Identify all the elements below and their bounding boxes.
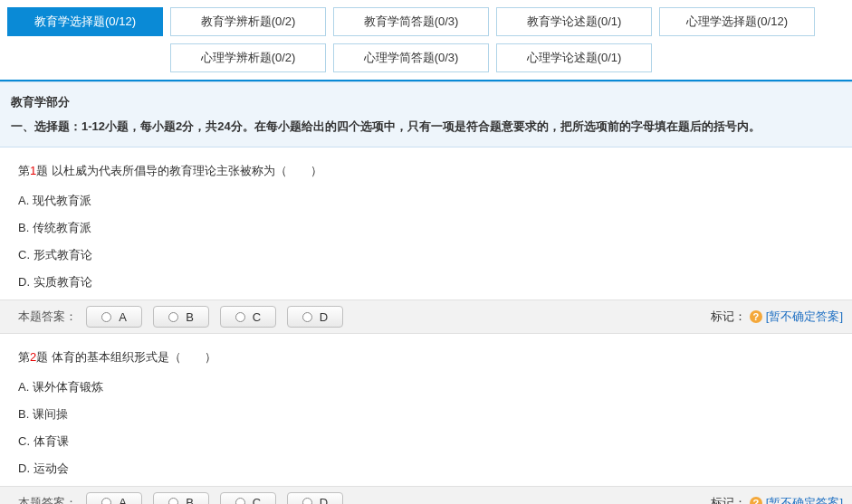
tab-edu-essay[interactable]: 教育学论述题(0/1) — [496, 7, 652, 36]
question-text: 体育的基本组织形式是（ ） — [48, 350, 216, 364]
radio-icon — [302, 312, 312, 322]
tab-psy-analysis[interactable]: 心理学辨析题(0/2) — [170, 43, 326, 72]
radio-icon — [235, 498, 245, 504]
answer-buttons: A B C D — [86, 306, 343, 328]
radio-icon — [101, 312, 111, 322]
question-block: 第1题 以杜威为代表所倡导的教育理论主张被称为（ ） A. 现代教育派 B. 传… — [0, 147, 852, 292]
tabs-container: 教育学选择题(0/12) 教育学辨析题(0/2) 教育学简答题(0/3) 教育学… — [0, 0, 852, 81]
answer-bar: 本题答案： A B C D 标记： ? [暂不确定答案] — [0, 486, 852, 504]
answer-button-d[interactable]: D — [287, 306, 343, 328]
answer-button-label: D — [320, 496, 328, 504]
section-title: 教育学部分 — [11, 91, 841, 114]
answer-button-c[interactable]: C — [220, 492, 276, 504]
section-instruction: 一、选择题：1-12小题，每小题2分，共24分。在每小题给出的四个选项中，只有一… — [11, 116, 841, 138]
tab-edu-short[interactable]: 教育学简答题(0/3) — [333, 7, 489, 36]
question-stem: 第1题 以杜威为代表所倡导的教育理论主张被称为（ ） — [18, 160, 834, 181]
radio-icon — [101, 498, 111, 504]
answer-button-d[interactable]: D — [287, 492, 343, 504]
qnum-prefix: 第 — [18, 350, 30, 364]
question-text: 以杜威为代表所倡导的教育理论主张被称为（ ） — [48, 164, 322, 177]
answer-button-c[interactable]: C — [220, 306, 276, 328]
option-b: B. 课间操 — [18, 404, 834, 424]
option-d: D. 实质教育论 — [18, 272, 834, 292]
option-d: D. 运动会 — [18, 459, 834, 479]
option-c: C. 体育课 — [18, 432, 834, 452]
mark-label: 标记： — [711, 495, 746, 504]
option-a: A. 课外体育锻炼 — [18, 377, 834, 397]
mark-label: 标记： — [711, 309, 746, 325]
help-icon[interactable]: ? — [750, 310, 762, 323]
answer-button-b[interactable]: B — [153, 492, 209, 504]
tabs-row-2: 心理学辨析题(0/2) 心理学简答题(0/3) 心理学论述题(0/1) — [0, 43, 852, 72]
tab-spacer — [7, 43, 163, 72]
answer-button-label: A — [119, 310, 127, 324]
tab-psy-choice[interactable]: 心理学选择题(0/12) — [659, 7, 815, 36]
answer-button-label: B — [186, 496, 194, 504]
answer-button-a[interactable]: A — [86, 492, 142, 504]
answer-button-label: B — [186, 310, 194, 324]
question-stem: 第2题 体育的基本组织形式是（ ） — [18, 347, 834, 367]
radio-icon — [168, 498, 178, 504]
answer-label: 本题答案： — [18, 495, 77, 504]
radio-icon — [168, 312, 178, 322]
question-block: 第2题 体育的基本组织形式是（ ） A. 课外体育锻炼 B. 课间操 C. 体育… — [0, 334, 852, 479]
mark-uncertain-link[interactable]: [暂不确定答案] — [766, 495, 843, 504]
radio-icon — [235, 312, 245, 322]
tabs-row-1: 教育学选择题(0/12) 教育学辨析题(0/2) 教育学简答题(0/3) 教育学… — [0, 7, 852, 36]
answer-buttons: A B C D — [86, 492, 343, 504]
answer-button-label: C — [253, 496, 261, 504]
help-icon[interactable]: ? — [750, 497, 762, 504]
answer-button-a[interactable]: A — [86, 306, 142, 328]
tab-edu-choice[interactable]: 教育学选择题(0/12) — [7, 7, 163, 36]
answer-button-label: C — [253, 310, 261, 324]
tab-psy-essay[interactable]: 心理学论述题(0/1) — [496, 43, 652, 72]
answer-bar: 本题答案： A B C D 标记： ? [暂不确定答案] — [0, 300, 852, 334]
answer-button-label: D — [320, 310, 328, 324]
mark-area: 标记： ? [暂不确定答案] — [711, 309, 843, 325]
radio-icon — [302, 498, 312, 504]
option-b: B. 传统教育派 — [18, 218, 834, 238]
qnum-suffix: 题 — [36, 350, 48, 364]
tab-edu-analysis[interactable]: 教育学辨析题(0/2) — [170, 7, 326, 36]
tab-psy-short[interactable]: 心理学简答题(0/3) — [333, 43, 489, 72]
option-c: C. 形式教育论 — [18, 245, 834, 265]
section-header: 教育学部分 一、选择题：1-12小题，每小题2分，共24分。在每小题给出的四个选… — [0, 81, 852, 147]
qnum-prefix: 第 — [18, 164, 30, 177]
mark-uncertain-link[interactable]: [暂不确定答案] — [766, 309, 843, 325]
answer-label: 本题答案： — [18, 309, 77, 325]
answer-button-b[interactable]: B — [153, 306, 209, 328]
mark-area: 标记： ? [暂不确定答案] — [711, 495, 843, 504]
qnum-suffix: 题 — [36, 164, 48, 177]
answer-button-label: A — [119, 496, 127, 504]
option-a: A. 现代教育派 — [18, 191, 834, 211]
